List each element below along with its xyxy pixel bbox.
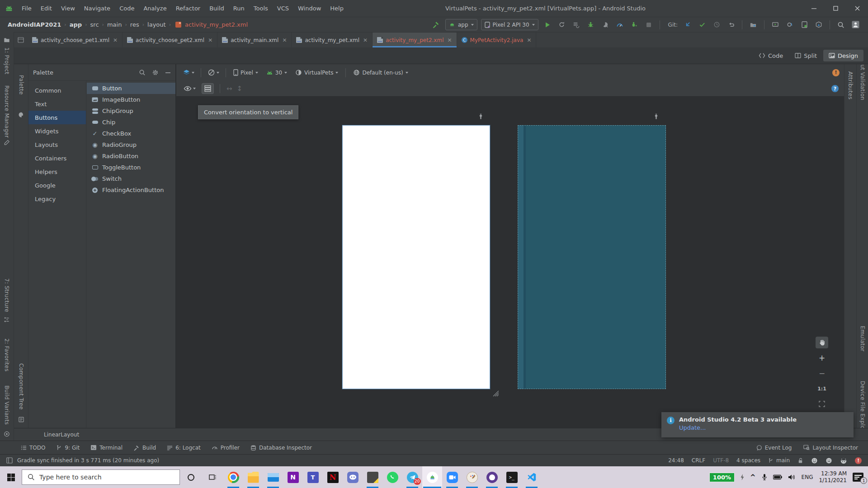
database-inspector-button[interactable]: Database Inspector	[250, 445, 312, 451]
component-button[interactable]: Button	[87, 83, 175, 94]
breadcrumb-main[interactable]: main	[106, 21, 123, 28]
orientation-icon[interactable]	[206, 67, 221, 78]
taskbar-onenote[interactable]: N	[283, 466, 303, 488]
breadcrumb-app[interactable]: app	[68, 21, 83, 28]
structure-icon[interactable]	[4, 317, 10, 323]
tab-mypetactivity2-java[interactable]: CMyPetActivity2.java✕	[457, 33, 537, 47]
category-buttons[interactable]: Buttons	[28, 111, 86, 124]
device-select[interactable]: Pixel 2 API 30	[481, 19, 538, 30]
zoom-to-fit-icon[interactable]	[816, 398, 828, 410]
taskbar-cmd[interactable]: >_	[502, 466, 522, 488]
task-view-button[interactable]	[202, 474, 223, 481]
taskbar-mail[interactable]	[263, 466, 283, 488]
device-manager-icon[interactable]	[770, 20, 781, 30]
zoom-out-button[interactable]: −	[816, 367, 828, 379]
tool-stripe-favorites[interactable]: 2: Favorites	[4, 338, 10, 371]
tool-stripe-build-variants[interactable]: Build Variants	[4, 385, 10, 425]
tool-stripe-project[interactable]: 1: Project	[4, 47, 10, 75]
speaker-icon[interactable]	[788, 474, 796, 480]
error-indicator[interactable]: !	[855, 457, 862, 464]
zoom-in-button[interactable]: +	[816, 352, 828, 364]
component-togglebutton[interactable]: ToggleButton	[87, 162, 175, 173]
battery-icon[interactable]	[773, 474, 782, 480]
help-icon[interactable]: ?	[831, 85, 839, 92]
palette-icon[interactable]	[18, 112, 24, 118]
design-surface[interactable]: Convert orientation to vertical + − 1:1	[176, 97, 844, 428]
battery-percentage[interactable]: 100%	[709, 473, 735, 482]
debug-icon[interactable]	[585, 20, 596, 30]
taskbar-netflix[interactable]: N	[323, 466, 343, 488]
category-legacy[interactable]: Legacy	[28, 192, 86, 206]
file-encoding[interactable]: UTF-8	[713, 457, 729, 464]
theme-select[interactable]: VirtualPets	[292, 68, 341, 77]
unlock-icon[interactable]	[797, 457, 803, 464]
warnings-badge[interactable]: !	[832, 69, 840, 76]
git-tool-button[interactable]: 9: Git	[56, 445, 80, 451]
gear-icon[interactable]	[152, 69, 159, 76]
tool-stripe-palette[interactable]: Palette	[18, 75, 24, 95]
git-update-icon[interactable]	[682, 20, 693, 30]
menu-analyze[interactable]: Analyze	[139, 5, 171, 12]
apply-code-changes-icon[interactable]	[571, 20, 582, 30]
tab-activity-choose-pet2[interactable]: activity_choose_pet2.xml✕	[123, 33, 217, 47]
indent-setting[interactable]: 4 spaces	[736, 457, 760, 464]
attach-profiler-icon[interactable]	[600, 20, 611, 30]
event-log-button[interactable]: Event Log	[756, 445, 792, 451]
cortana-button[interactable]	[180, 474, 202, 481]
breadcrumb-project[interactable]: AndroidIAP2021	[6, 21, 62, 28]
menu-window[interactable]: Window	[293, 5, 326, 12]
build-hammer-icon[interactable]	[431, 20, 442, 30]
hidden-icons-chevron[interactable]: ^	[750, 473, 756, 481]
update-link[interactable]: Update...	[679, 424, 797, 431]
menu-file[interactable]: File	[17, 5, 36, 12]
start-button[interactable]	[0, 466, 22, 488]
breadcrumb-res[interactable]: res	[129, 21, 141, 28]
component-tree-icon[interactable]	[18, 417, 24, 422]
menu-view[interactable]: View	[57, 5, 80, 12]
category-widgets[interactable]: Widgets	[28, 124, 86, 138]
avd-manager-icon[interactable]	[799, 20, 810, 30]
category-containers[interactable]: Containers	[28, 151, 86, 165]
minimize-button[interactable]	[803, 0, 825, 17]
sad-face-icon[interactable]	[826, 457, 832, 464]
close-button[interactable]	[846, 0, 868, 17]
breadcrumb-src[interactable]: src	[89, 21, 100, 28]
resource-picker-icon[interactable]	[4, 140, 10, 145]
menu-run[interactable]: Run	[229, 5, 249, 12]
breadcrumb-layout[interactable]: layout	[146, 21, 167, 28]
menu-edit[interactable]: Edit	[36, 5, 57, 12]
api-version-select[interactable]: 30	[264, 68, 290, 77]
tool-window-switcher-icon[interactable]	[6, 457, 13, 464]
profile-avatar-icon[interactable]	[850, 20, 861, 30]
sdk-manager-icon[interactable]	[813, 20, 824, 30]
git-commit-icon[interactable]	[697, 20, 708, 30]
zoom-ratio-button[interactable]: 1:1	[816, 383, 828, 394]
build-button[interactable]: Build	[133, 445, 156, 451]
taskbar-paint[interactable]	[462, 466, 482, 488]
taskbar-whatsapp[interactable]	[382, 466, 402, 488]
run-config-select[interactable]: app	[445, 19, 477, 30]
tool-stripe-attributes[interactable]: Attributes	[847, 71, 854, 99]
language-indicator[interactable]: ENG	[802, 474, 813, 480]
profile-app-icon[interactable]	[614, 20, 625, 30]
apply-changes-restart-icon[interactable]	[557, 20, 567, 30]
caret-position[interactable]: 24:48	[668, 457, 684, 464]
tool-stripe-structure[interactable]: 7: Structure	[4, 278, 10, 312]
run-button[interactable]	[542, 20, 553, 30]
taskbar-zoom[interactable]	[442, 466, 462, 488]
menu-code[interactable]: Code	[115, 5, 139, 12]
component-radiogroup[interactable]: ◉RadioGroup	[87, 139, 175, 150]
component-fab[interactable]: FloatingActionButton	[87, 184, 175, 196]
menu-build[interactable]: Build	[205, 5, 229, 12]
todo-button[interactable]: TODO	[21, 445, 45, 451]
design-surface-mode-icon[interactable]	[181, 68, 196, 78]
menu-help[interactable]: Help	[326, 5, 348, 12]
status-message[interactable]: Gradle sync finished in 3 s 771 ms (20 m…	[17, 457, 159, 464]
component-chipgroup[interactable]: ChipGroup	[87, 105, 175, 117]
logcat-button[interactable]: 6: Logcat	[167, 445, 201, 451]
menu-navigate[interactable]: Navigate	[80, 5, 115, 12]
incognito-icon[interactable]	[840, 457, 847, 464]
breadcrumb-linearlayout[interactable]: LinearLayout	[44, 432, 79, 438]
taskbar-sticky-notes[interactable]	[363, 466, 382, 488]
taskbar-vscode[interactable]	[522, 466, 542, 488]
